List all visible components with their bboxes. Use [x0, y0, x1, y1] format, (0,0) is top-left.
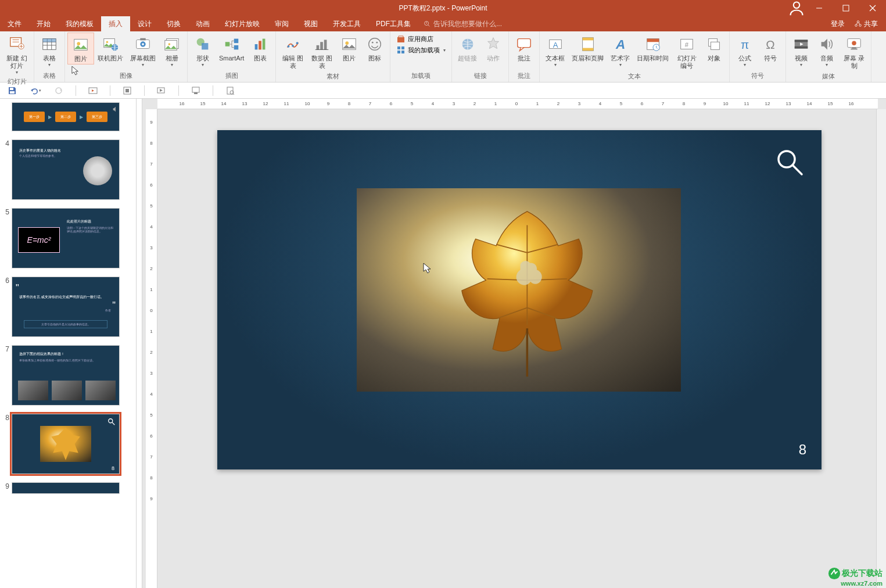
- edit-chart-button[interactable]: 编辑 图表: [278, 33, 307, 71]
- symbol-label: 符号: [764, 55, 777, 62]
- vertical-scrollbar[interactable]: [876, 109, 886, 588]
- menu-review[interactable]: 审阅: [267, 16, 296, 31]
- audio-button[interactable]: 音频 ▾: [814, 33, 840, 69]
- shapes-icon: [193, 35, 212, 53]
- new-slide-button[interactable]: 新建 幻灯片 ▾: [2, 33, 31, 76]
- svg-point-43: [296, 42, 299, 44]
- chart-icon: [251, 35, 270, 53]
- thumbnail-4[interactable]: 4 历史事件的重要人物的姓名 个人信息和细节等等的参考。: [2, 139, 134, 200]
- svg-rect-46: [324, 40, 327, 50]
- slide-number-button[interactable]: # 幻灯片 编号: [672, 33, 701, 71]
- material-icon-button[interactable]: 图标: [362, 33, 388, 63]
- work-area: 第一步 ▶ 第二步 ▶ 第三步 4 历史事件的重要人物的姓名 个人信息和细节等等…: [0, 99, 886, 588]
- thumbnail-3[interactable]: 第一步 ▶ 第二步 ▶ 第三步: [2, 102, 134, 131]
- app-store-button[interactable]: 应用商店: [395, 34, 447, 44]
- thumb-slide-9[interactable]: [12, 482, 120, 494]
- thumbnail-9[interactable]: 9: [2, 482, 134, 494]
- thumb-slide-4[interactable]: 历史事件的重要人物的姓名 个人信息和细节等等的参考。: [12, 139, 120, 200]
- tell-me-search[interactable]: 告诉我您想要做什么...: [418, 16, 507, 31]
- date-time-button[interactable]: 日期和时间: [633, 33, 672, 63]
- header-footer-icon: [579, 35, 597, 53]
- audio-icon: [112, 104, 118, 110]
- material-picture-button[interactable]: 图片: [336, 33, 362, 63]
- hyperlink-icon: [458, 35, 477, 53]
- svg-rect-76: [795, 40, 808, 42]
- screenshot-button[interactable]: 屏幕截图 ▾: [127, 33, 159, 69]
- thumb-bottom-text: 文章引自他的不是方法的故事的信息。: [24, 320, 107, 328]
- login-link[interactable]: 登录: [827, 19, 848, 29]
- undo-button[interactable]: ▾: [29, 84, 42, 97]
- menu-insert[interactable]: 插入: [101, 16, 130, 31]
- qat-start-from-current[interactable]: [155, 84, 168, 97]
- comment-label: 批注: [518, 55, 530, 62]
- qat-print-preview[interactable]: [224, 84, 236, 97]
- online-picture-button[interactable]: 联机图片: [94, 33, 127, 63]
- album-button[interactable]: 相册 ▾: [159, 33, 185, 69]
- thumbnail-8[interactable]: 8 8: [2, 414, 134, 474]
- menu-view[interactable]: 视图: [296, 16, 325, 31]
- header-footer-button[interactable]: 页眉和页脚: [568, 33, 607, 63]
- save-button[interactable]: [6, 84, 19, 97]
- qat-slideshow-from-start[interactable]: [87, 84, 99, 97]
- picture-button[interactable]: 图片: [67, 33, 94, 64]
- svg-rect-54: [397, 46, 400, 49]
- thumbnail-6[interactable]: 6 " 该事件的名言,或支持你的论文或声明所说的一般行话。 " 作者 文章引自他…: [2, 277, 134, 337]
- close-button[interactable]: [859, 0, 886, 16]
- svg-point-82: [852, 41, 857, 45]
- thumb-slide-8[interactable]: 8: [12, 414, 120, 474]
- menu-developer[interactable]: 开发工具: [325, 16, 368, 31]
- thumb-slide-3[interactable]: 第一步 ▶ 第二步 ▶ 第三步: [12, 102, 120, 131]
- object-button[interactable]: 对象: [701, 33, 727, 63]
- smartart-button[interactable]: SmartArt: [216, 33, 247, 63]
- thumb-subtitle: 单张效果加上单些标准保持一致性的加工,在照片下面合适。: [19, 358, 113, 362]
- maximize-button[interactable]: [833, 0, 859, 16]
- group-tables-label: 表格: [37, 70, 62, 82]
- object-icon: [705, 35, 723, 53]
- screen-recording-button[interactable]: 屏幕 录制: [840, 33, 869, 71]
- slide-thumbnails-panel[interactable]: 第一步 ▶ 第二步 ▶ 第三步 4 历史事件的重要人物的姓名 个人信息和细节等等…: [0, 99, 137, 588]
- qat-presenter-view[interactable]: [189, 84, 202, 97]
- ribbon: 新建 幻灯片 ▾ 幻灯片 表格 ▾ 表格 图片 联机图片: [0, 31, 886, 83]
- menu-design[interactable]: 设计: [130, 16, 159, 31]
- horizontal-ruler: 1615141312111098765432101234567891011121…: [157, 99, 878, 109]
- svg-line-102: [792, 165, 802, 174]
- slide-image[interactable]: [357, 188, 681, 392]
- equation-label: 公式: [738, 55, 751, 62]
- chart-button[interactable]: 图表: [247, 33, 273, 63]
- menu-slideshow[interactable]: 幻灯片放映: [217, 16, 267, 31]
- wordart-button[interactable]: A 艺术字 ▾: [607, 33, 633, 69]
- share-button[interactable]: 共享: [851, 18, 881, 30]
- slide-container[interactable]: 8: [173, 122, 866, 576]
- scroll-gutter[interactable]: [137, 99, 142, 588]
- data-chart-button[interactable]: 数据 图表: [307, 33, 336, 71]
- comment-button[interactable]: 批注: [511, 33, 537, 63]
- thumb-slide-6[interactable]: " 该事件的名言,或支持你的论文或声明所说的一般行话。 " 作者 文章引自他的不…: [12, 277, 120, 337]
- menu-file[interactable]: 文件: [0, 16, 29, 31]
- account-icon[interactable]: [788, 0, 805, 16]
- video-button[interactable]: 视频 ▾: [788, 33, 814, 69]
- thumbnail-5[interactable]: 5 此处照片的标题 说明一下这个的关键限定词的方法和评论,提供照片说明的信息。 …: [2, 208, 134, 268]
- my-addins-button[interactable]: 我的加载项▾: [395, 45, 447, 55]
- equation-button[interactable]: π 公式 ▾: [732, 33, 758, 69]
- menu-home[interactable]: 开始: [29, 16, 58, 31]
- table-button[interactable]: 表格 ▾: [37, 33, 62, 69]
- menu-my-templates[interactable]: 我的模板: [58, 16, 101, 31]
- symbol-button[interactable]: Ω 符号: [758, 33, 783, 63]
- menu-transitions[interactable]: 切换: [159, 16, 188, 31]
- quote-open-icon: ": [16, 283, 19, 293]
- svg-point-8: [859, 24, 862, 27]
- redo-button[interactable]: [52, 84, 65, 97]
- menu-animations[interactable]: 动画: [188, 16, 217, 31]
- thumb-slide-7[interactable]: 选择下面的相应效果的标题！ 单张效果加上单些标准保持一致性的加工,在照片下面合适…: [12, 345, 120, 406]
- thumbnail-7[interactable]: 7 选择下面的相应效果的标题！ 单张效果加上单些标准保持一致性的加工,在照片下面…: [2, 345, 134, 406]
- cursor-icon: [71, 66, 81, 77]
- slide-number-icon: #: [677, 35, 696, 53]
- qat-touch-mode[interactable]: [121, 84, 134, 97]
- menu-pdf-toolkit[interactable]: PDF工具集: [368, 16, 418, 31]
- current-slide[interactable]: 8: [217, 130, 822, 469]
- thumb-photo: [18, 381, 48, 400]
- thumb-slide-5[interactable]: 此处照片的标题 说明一下这个的关键限定词的方法和评论,提供照片说明的信息。 E=…: [12, 208, 120, 268]
- minimize-button[interactable]: [806, 0, 833, 16]
- shapes-button[interactable]: 形状 ▾: [190, 33, 216, 69]
- textbox-button[interactable]: A 文本框 ▾: [542, 33, 568, 69]
